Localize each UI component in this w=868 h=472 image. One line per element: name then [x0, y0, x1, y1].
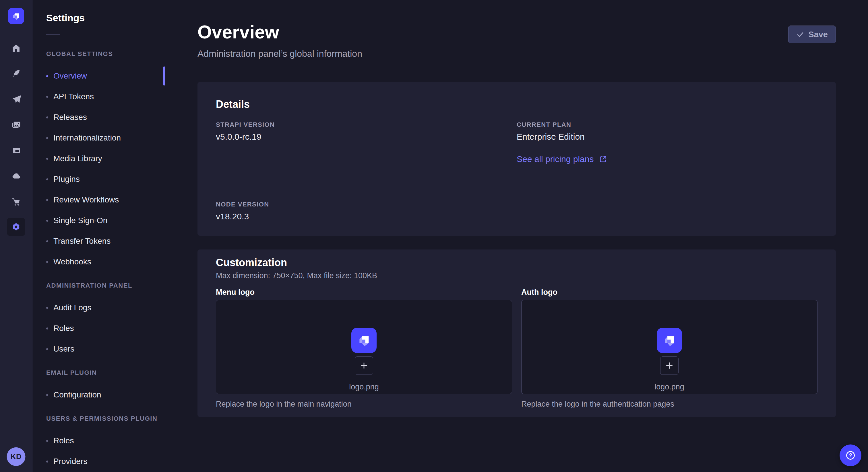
subnav-item-up-roles[interactable]: Roles: [46, 430, 165, 451]
home-icon: [11, 43, 21, 53]
subnav-item-audit-logs[interactable]: Audit Logs: [46, 297, 165, 318]
active-item-indicator: [163, 67, 165, 86]
subnav-item-label: API Tokens: [53, 92, 94, 101]
subnav-item-releases[interactable]: Releases: [46, 107, 165, 128]
cart-icon: [11, 196, 21, 206]
save-button-label: Save: [808, 30, 828, 39]
pictures-icon: [11, 120, 21, 130]
subnav-item-label: Providers: [53, 457, 87, 466]
subnav-item-review-workflows[interactable]: Review Workflows: [46, 190, 165, 210]
bullet-icon: [46, 328, 48, 330]
strapi-logo-glyph: [355, 332, 372, 349]
customization-card: Customization Max dimension: 750×750, Ma…: [197, 249, 836, 417]
details-card: Details STRAPI VERSION v5.0.0-rc.19 CURR…: [197, 82, 836, 236]
section-users-permissions-plugin: USERS & PERMISSIONS PLUGIN Roles Provide…: [46, 415, 165, 472]
subnav-item-label: Roles: [53, 324, 74, 333]
subnav-item-label: Internationalization: [53, 133, 121, 142]
subnav-title: Settings: [46, 0, 165, 24]
subnav-item-email-configuration[interactable]: Configuration: [46, 384, 165, 405]
menu-logo-field: Menu logo: [216, 287, 512, 409]
rail-header: [0, 0, 32, 32]
field-label: CURRENT PLAN: [517, 121, 817, 129]
subnav-item-admin-users[interactable]: Users: [46, 339, 165, 359]
auth-logo-field: Auth logo: [521, 287, 817, 409]
customization-constraints: Max dimension: 750×750, Max file size: 1…: [216, 271, 817, 280]
rail-item-media-library[interactable]: [7, 115, 25, 134]
rail-item-marketplace[interactable]: [7, 192, 25, 210]
subnav-item-webhooks[interactable]: Webhooks: [46, 251, 165, 272]
auth-logo-label: Auth logo: [521, 287, 817, 297]
check-icon: [796, 30, 804, 38]
bullet-icon: [46, 199, 48, 201]
bullet-icon: [46, 220, 48, 222]
logo-upload-row: Menu logo: [216, 287, 817, 409]
strapi-logo-glyph: [661, 332, 678, 349]
auth-logo-filename: logo.png: [654, 382, 684, 392]
rail-item-settings[interactable]: [7, 217, 25, 236]
bullet-icon: [46, 116, 48, 119]
field-value: v18.20.3: [216, 211, 517, 222]
subnav-item-api-tokens[interactable]: API Tokens: [46, 86, 165, 107]
subnav-item-label: Transfer Tokens: [53, 237, 111, 246]
customization-heading: Customization: [216, 256, 817, 269]
settings-gear-icon: [11, 222, 21, 232]
subnav-divider: [46, 34, 60, 35]
auth-logo-preview: [657, 328, 682, 353]
subnav-item-label: Plugins: [53, 175, 80, 184]
field-node-version: NODE VERSION v18.20.3: [216, 201, 517, 222]
field-label: STRAPI VERSION: [216, 121, 517, 129]
save-button[interactable]: Save: [788, 26, 836, 43]
subnav-item-transfer-tokens[interactable]: Transfer Tokens: [46, 231, 165, 251]
bullet-icon: [46, 137, 48, 139]
svg-text:?: ?: [849, 452, 852, 459]
settings-subnav: Settings GLOBAL SETTINGS Overview API To…: [32, 0, 165, 472]
help-question-icon: ?: [844, 449, 857, 462]
subnav-item-single-sign-on[interactable]: Single Sign-On: [46, 210, 165, 231]
strapi-logo[interactable]: [8, 8, 24, 24]
section-email-plugin: EMAIL PLUGIN Configuration: [46, 369, 165, 405]
details-heading: Details: [216, 98, 817, 111]
field-value: Enterprise Edition: [517, 131, 817, 142]
auth-logo-dropzone[interactable]: logo.png: [521, 300, 817, 394]
rail-item-content-type-builder[interactable]: [7, 141, 25, 160]
section-label: GLOBAL SETTINGS: [46, 50, 165, 58]
main-nav-rail: KD: [0, 0, 32, 472]
subnav-item-label: Audit Logs: [53, 303, 91, 312]
subnav-item-up-providers[interactable]: Providers: [46, 451, 165, 472]
subnav-item-label: Releases: [53, 113, 87, 122]
rail-item-cloud[interactable]: [7, 167, 25, 185]
menu-logo-dropzone[interactable]: logo.png: [216, 300, 512, 394]
subnav-item-label: Webhooks: [53, 257, 91, 266]
section-global-settings: GLOBAL SETTINGS Overview API Tokens Rele…: [46, 50, 165, 272]
plus-icon: [359, 361, 369, 370]
subnav-item-label: Users: [53, 344, 74, 353]
bullet-icon: [46, 348, 48, 350]
pricing-plans-link-label: See all pricing plans: [517, 154, 594, 165]
menu-logo-filename: logo.png: [349, 382, 379, 392]
section-label: ADMINISTRATION PANEL: [46, 281, 165, 290]
subnav-item-overview[interactable]: Overview: [46, 66, 165, 86]
field-strapi-version: STRAPI VERSION v5.0.0-rc.19: [216, 121, 517, 165]
subnav-item-internationalization[interactable]: Internationalization: [46, 128, 165, 148]
cloud-icon: [11, 171, 21, 181]
bullet-icon: [46, 178, 48, 180]
bullet-icon: [46, 240, 48, 242]
feather-icon: [11, 69, 21, 78]
rail-item-home[interactable]: [7, 39, 25, 57]
main-content: Overview Administration panel’s global i…: [197, 0, 836, 417]
pricing-plans-link[interactable]: See all pricing plans: [517, 154, 608, 165]
bullet-icon: [46, 307, 48, 309]
user-avatar[interactable]: KD: [7, 447, 26, 466]
subnav-item-plugins[interactable]: Plugins: [46, 169, 165, 190]
menu-logo-add-button[interactable]: [355, 357, 373, 375]
rail-item-releases[interactable]: [7, 90, 25, 108]
bullet-icon: [46, 261, 48, 263]
bullet-icon: [46, 96, 48, 98]
help-button[interactable]: ?: [840, 444, 861, 466]
paper-plane-icon: [11, 94, 21, 104]
field-current-plan: CURRENT PLAN Enterprise Edition See all …: [517, 121, 817, 165]
auth-logo-add-button[interactable]: [660, 357, 679, 375]
subnav-item-media-library[interactable]: Media Library: [46, 148, 165, 169]
rail-item-content-manager[interactable]: [7, 65, 25, 83]
subnav-item-admin-roles[interactable]: Roles: [46, 318, 165, 339]
